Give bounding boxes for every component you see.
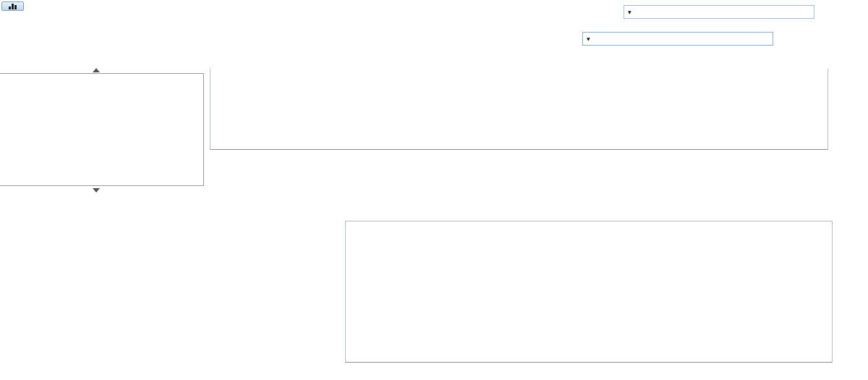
bar-chart-icon [9, 4, 17, 9]
dashboard-page: ▼ ▼ [0, 0, 868, 380]
branch-select[interactable]: ▼ [582, 32, 773, 46]
bottom-chart-plot [345, 221, 833, 363]
legend-scroll-up-arrow[interactable] [93, 68, 100, 72]
top-chart-plot [210, 69, 828, 150]
legend-scroll-down-arrow[interactable] [93, 188, 100, 193]
chevron-down-icon: ▼ [587, 37, 590, 41]
sector-select[interactable]: ▼ [624, 5, 814, 19]
chart-toolbar-button[interactable] [1, 1, 24, 11]
chevron-down-icon: ▼ [628, 10, 631, 14]
top-chart-legend [0, 73, 204, 186]
